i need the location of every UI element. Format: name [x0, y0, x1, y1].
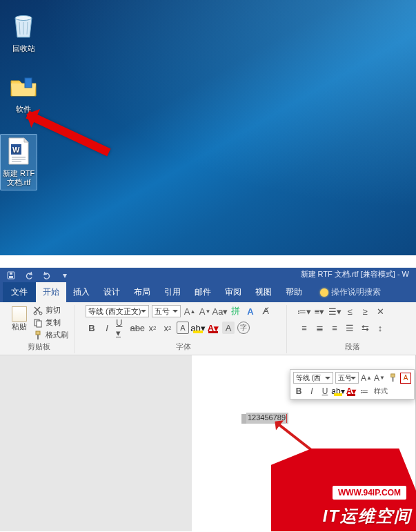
mini-font-color-button[interactable]: A▾	[346, 386, 357, 397]
mini-italic-button[interactable]: I	[306, 386, 317, 397]
text-effects-button[interactable]: A	[244, 305, 257, 317]
copy-button[interactable]: 复制	[33, 317, 68, 328]
character-shading-button[interactable]: A	[222, 322, 235, 334]
align-center-button[interactable]: ≣	[313, 322, 326, 334]
redo-icon[interactable]	[43, 271, 51, 279]
document-area: 等线 (西 五号 A▲ A▼ A B I U ab▾ A▾ ≔ 样式 12345	[0, 355, 416, 531]
italic-button[interactable]: I	[101, 322, 113, 334]
cut-button[interactable]: 剪切	[33, 305, 68, 315]
mini-styles-label: 样式	[374, 386, 388, 396]
align-left-button[interactable]: ≡	[298, 322, 310, 334]
tab-layout[interactable]: 布局	[127, 282, 157, 302]
watermark-url: WWW.94IP.COM	[333, 486, 406, 500]
bullets-button[interactable]: ≔▾	[298, 305, 310, 317]
svg-rect-12	[37, 335, 39, 339]
mini-highlight-button[interactable]: ab▾	[333, 386, 344, 397]
save-icon[interactable]	[7, 271, 15, 279]
tab-insert[interactable]: 插入	[66, 282, 97, 302]
character-border-button[interactable]: A	[177, 322, 189, 334]
customize-qat-icon[interactable]: ▾	[61, 271, 69, 279]
paragraph-group-label: 段落	[298, 342, 406, 352]
recycle-bin-label: 回收站	[3, 44, 44, 53]
mini-format-painter-button[interactable]	[387, 373, 398, 384]
tab-file[interactable]: 文件	[3, 282, 36, 302]
font-group-label: 字体	[86, 342, 281, 352]
ribbon-tabs: 文件 开始 插入 设计 布局 引用 邮件 审阅 视图 帮助 操作说明搜索	[0, 283, 416, 302]
ribbon: 粘贴 剪切 复制	[0, 302, 416, 355]
underline-button[interactable]: U ▾	[116, 322, 128, 334]
bold-button[interactable]: B	[86, 322, 98, 334]
watermark-banner: WWW.94IP.COM IT运维空间	[271, 449, 416, 531]
tab-home[interactable]: 开始	[36, 282, 66, 302]
font-family-dropdown[interactable]: 等线 (西文正文)	[86, 305, 149, 317]
tell-me-search[interactable]: 操作说明搜索	[313, 284, 388, 302]
align-right-button[interactable]: ≡	[328, 322, 341, 334]
svg-rect-11	[36, 331, 40, 335]
enclose-characters-button[interactable]: 字	[237, 322, 250, 334]
svg-rect-10	[37, 321, 41, 327]
annotation-arrow-icon	[26, 111, 110, 157]
justify-button[interactable]: ☰	[344, 322, 356, 334]
svg-rect-6	[10, 273, 12, 275]
svg-rect-14	[392, 377, 393, 382]
distribute-button[interactable]: ⇆	[359, 322, 371, 334]
tab-view[interactable]: 视图	[248, 282, 279, 302]
window-title: 新建 RTF 文档.rtf [兼容模式] - W	[301, 269, 409, 279]
word-window: ▾ 新建 RTF 文档.rtf [兼容模式] - W 文件 开始 插入 设计 布…	[0, 268, 416, 531]
mini-bold-button[interactable]: B	[293, 386, 304, 397]
recycle-bin-icon[interactable]: 回收站	[3, 11, 44, 53]
increase-indent-button[interactable]: ≥	[359, 305, 371, 317]
highlight-button[interactable]: ab▾	[192, 322, 204, 334]
numbering-button[interactable]: ≡▾	[313, 305, 326, 317]
mini-toolbar: 等线 (西 五号 A▲ A▼ A B I U ab▾ A▾ ≔ 样式	[290, 369, 415, 400]
font-group: 等线 (西文正文) 五号 A▲ A▼ Aa▾ 拼 A A̸ B I U ▾ ab…	[80, 305, 287, 353]
windows-desktop: 回收站 软件 W 新建 RTF 文档.rtf	[0, 0, 416, 255]
mini-font-family-dropdown[interactable]: 等线 (西	[293, 372, 333, 384]
superscript-button[interactable]: x2	[161, 322, 174, 334]
mini-font-size-dropdown[interactable]: 五号	[335, 372, 359, 384]
tab-review[interactable]: 审阅	[218, 282, 248, 302]
format-painter-button[interactable]: 格式刷	[33, 330, 68, 340]
paste-button[interactable]: 粘贴	[10, 305, 29, 333]
gray-margin	[0, 355, 192, 531]
strikethrough-button[interactable]: abc	[131, 322, 143, 334]
mini-bullets-button[interactable]: ≔	[359, 386, 370, 397]
paintbrush-icon	[33, 331, 43, 340]
clear-formatting-button[interactable]: A̸	[259, 305, 272, 317]
copy-icon	[33, 318, 43, 328]
tab-mailings[interactable]: 邮件	[188, 282, 218, 302]
tab-design[interactable]: 设计	[97, 282, 127, 302]
watermark-slogan: IT运维空间	[323, 505, 412, 527]
svg-rect-1	[25, 78, 32, 88]
paste-label: 粘贴	[12, 322, 27, 332]
font-color-button[interactable]: A▾	[207, 322, 219, 334]
grow-font-button[interactable]: A▲	[184, 305, 196, 317]
svg-point-8	[39, 312, 42, 315]
svg-rect-13	[390, 374, 395, 377]
tab-help[interactable]: 帮助	[279, 282, 309, 302]
mini-grow-font-button[interactable]: A▲	[361, 373, 372, 384]
paragraph-group: ≔▾ ≡▾ ☰▾ ≤ ≥ ✕ ≡ ≣ ≡ ☰ ⇆ ↕ 段落	[293, 305, 412, 353]
asian-layout-button[interactable]: ✕	[374, 305, 386, 317]
mini-shrink-font-button[interactable]: A▼	[374, 373, 385, 384]
phonetic-guide-button[interactable]: 拼	[229, 305, 241, 317]
shrink-font-button[interactable]: A▼	[199, 305, 211, 317]
rtf-file-label: 新建 RTF 文档.rtf	[1, 169, 37, 187]
mini-underline-button[interactable]: U	[319, 386, 330, 397]
scissors-icon	[33, 306, 43, 315]
subscript-button[interactable]: x2	[146, 322, 159, 334]
clipboard-group-label: 剪贴板	[10, 342, 68, 352]
line-spacing-button[interactable]: ↕	[374, 322, 386, 334]
font-size-dropdown[interactable]: 五号	[152, 305, 181, 317]
decrease-indent-button[interactable]: ≤	[344, 305, 356, 317]
rtf-file-icon[interactable]: W 新建 RTF 文档.rtf	[0, 134, 37, 190]
undo-icon[interactable]	[25, 271, 33, 279]
mini-styles-button[interactable]: A	[400, 373, 411, 384]
svg-rect-5	[9, 276, 13, 278]
change-case-button[interactable]: Aa▾	[214, 305, 226, 317]
svg-point-0	[15, 16, 32, 21]
tab-references[interactable]: 引用	[157, 282, 188, 302]
text-cursor-icon	[286, 414, 287, 423]
multilevel-list-button[interactable]: ☰▾	[328, 305, 341, 317]
lightbulb-icon	[320, 288, 328, 297]
